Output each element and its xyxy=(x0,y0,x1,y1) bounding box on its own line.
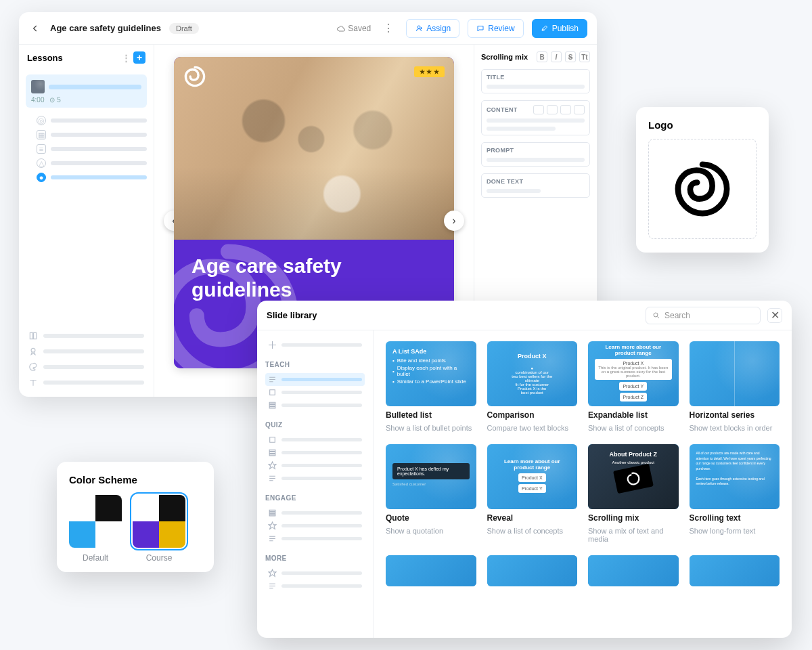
library-filter-item[interactable] xyxy=(265,567,365,580)
tool-icon[interactable] xyxy=(560,105,571,114)
library-filter-item[interactable] xyxy=(265,386,365,399)
add-lesson-button[interactable]: + xyxy=(133,51,145,64)
fingerprint-swirl-icon xyxy=(673,160,731,218)
library-filter-item[interactable] xyxy=(265,506,365,519)
foot-item[interactable] xyxy=(28,378,144,387)
tile-thumbnail xyxy=(690,341,780,406)
sparkle-icon xyxy=(268,341,277,349)
tile-thumbnail: About Product ZAnother classic product xyxy=(588,444,679,509)
tool-icon[interactable] xyxy=(533,105,544,114)
next-slide-button[interactable]: › xyxy=(444,211,464,231)
library-filter-item[interactable] xyxy=(265,580,365,592)
tile-thumbnail: A List SAdeBite and ideal pointsDisplay … xyxy=(386,341,476,406)
filter-item-icon xyxy=(268,375,277,384)
library-tile[interactable]: Our Range xyxy=(690,555,780,586)
library-tile[interactable]: Product Information xyxy=(487,555,578,586)
scheme-option[interactable] xyxy=(69,495,122,548)
library-filter-item[interactable] xyxy=(265,519,365,532)
inspector-heading-row: Scrolling mix B I S Tt xyxy=(481,51,590,62)
logo-dropzone[interactable] xyxy=(648,139,757,239)
publish-button[interactable]: Publish xyxy=(532,19,587,38)
done-text-field[interactable]: DONE TEXT xyxy=(481,173,590,198)
review-button[interactable]: Review xyxy=(468,19,523,38)
content-field[interactable]: CONTENT xyxy=(481,100,590,135)
slide-item[interactable]: ≡ xyxy=(37,144,147,154)
more-menu-button[interactable]: ⋮ xyxy=(379,22,398,35)
filter-item-icon xyxy=(268,569,277,578)
back-button[interactable] xyxy=(28,22,42,35)
tile-subtitle: Show a list of concepts xyxy=(588,424,679,432)
library-close-button[interactable]: ✕ xyxy=(767,308,782,323)
tile-subtitle: Show a mix of text and media xyxy=(588,527,679,543)
library-sidebar: TEACHQUIZENGAGEMORE xyxy=(257,330,374,638)
scheme-option[interactable] xyxy=(133,495,185,548)
library-tile[interactable]: All of our products are made with care a… xyxy=(690,444,780,543)
tile-title: Quote xyxy=(386,513,476,523)
format-toolbar: B I S Tt xyxy=(537,51,590,62)
library-filter-item[interactable] xyxy=(265,399,365,412)
sidebar-footer xyxy=(19,323,154,397)
tile-title: Horizontal series xyxy=(690,410,780,420)
library-filter-item[interactable] xyxy=(265,532,365,545)
foot-item[interactable] xyxy=(28,347,144,356)
tile-subtitle: Show a list of concepts xyxy=(487,527,578,535)
lessons-more-icon[interactable]: ⋮ xyxy=(122,53,131,63)
lessons-sidebar: Lessons ⋮ + 4:00⊙ 5 ◎ ▦ ≡ △ ● xyxy=(19,45,154,397)
grid-icon: ▦ xyxy=(37,130,46,139)
library-filter-item[interactable] xyxy=(265,446,365,459)
library-tile[interactable]: About Product ZAnother classic productSc… xyxy=(588,444,679,543)
prompt-field[interactable]: PROMPT xyxy=(481,142,590,167)
library-filter-item[interactable] xyxy=(265,373,365,386)
filter-item-icon xyxy=(268,508,277,517)
italic-button[interactable]: I xyxy=(551,51,562,62)
library-tile[interactable]: Learn more about our product rangeProduc… xyxy=(487,444,578,543)
library-filter-item[interactable] xyxy=(265,472,365,485)
tile-thumbnail: Product Information xyxy=(487,555,578,586)
tool-icon[interactable] xyxy=(547,105,558,114)
inspector-heading: Scrolling mix xyxy=(481,53,528,61)
library-tile[interactable]: Product X●combination of ourtwo best sel… xyxy=(487,341,578,432)
foot-item[interactable] xyxy=(28,331,144,341)
strike-button[interactable]: S xyxy=(565,51,576,62)
library-tile[interactable]: About Product Y xyxy=(386,555,476,586)
filter-item-icon xyxy=(268,435,277,444)
lesson-title-placeholder xyxy=(49,85,141,89)
slide-item[interactable]: ◎ xyxy=(37,116,147,125)
library-search-input[interactable]: Search xyxy=(646,307,761,324)
library-tile[interactable]: Learn more about our product rangeProduc… xyxy=(588,341,679,432)
logo-heading: Logo xyxy=(648,119,757,131)
bold-button[interactable]: B xyxy=(537,51,547,62)
tile-thumbnail: Product X●combination of ourtwo best sel… xyxy=(487,341,578,406)
tile-subtitle: Compare two text blocks xyxy=(487,424,578,432)
lesson-card-active[interactable]: 4:00⊙ 5 xyxy=(26,74,147,108)
list-icon: ≡ xyxy=(37,144,46,154)
library-heading: Slide library xyxy=(267,310,317,320)
document-title: Age care safety guidelines xyxy=(50,23,161,33)
tile-title: Comparison xyxy=(487,410,578,420)
assign-button[interactable]: Assign xyxy=(406,19,459,38)
title-field[interactable]: TITLE xyxy=(481,69,590,93)
slide-item[interactable]: △ xyxy=(37,158,147,168)
rocket-icon xyxy=(541,24,549,32)
slide-item-active[interactable]: ● xyxy=(37,173,147,182)
prompt-label: PROMPT xyxy=(487,147,585,154)
textsize-button[interactable]: Tt xyxy=(579,51,590,62)
review-label: Review xyxy=(488,24,514,33)
library-filter-item[interactable] xyxy=(265,459,365,472)
filter-item-icon xyxy=(268,461,277,470)
tool-icon[interactable] xyxy=(574,105,585,114)
library-filter-item[interactable] xyxy=(265,433,365,446)
foot-item[interactable] xyxy=(28,362,144,372)
library-tile[interactable]: A title slide xyxy=(588,555,679,586)
tile-title: Expandable list xyxy=(588,410,679,420)
library-tile[interactable]: A List SAdeBite and ideal pointsDisplay … xyxy=(386,341,476,432)
filter-item-icon xyxy=(268,474,277,483)
slide-item[interactable]: ▦ xyxy=(37,130,147,139)
slide-hero-image: ★ ★ ★ xyxy=(174,57,454,240)
library-tile[interactable]: Horizontal seriesShow text blocks in ord… xyxy=(690,341,780,432)
editor-header: Age care safety guidelines Draft Saved ⋮… xyxy=(19,12,597,45)
library-filter-all[interactable] xyxy=(265,339,365,351)
library-tile[interactable]: Product X has defied my expectations.Sat… xyxy=(386,444,476,543)
done-label: DONE TEXT xyxy=(487,178,585,185)
color-scheme-card: Color Scheme DefaultCourse xyxy=(57,462,214,572)
